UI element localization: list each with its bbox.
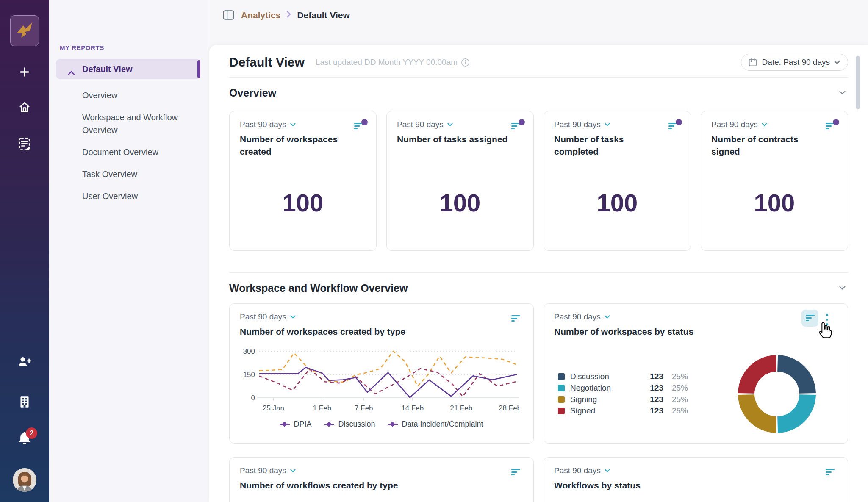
date-filter-label: Date: Past 90 days <box>762 58 830 67</box>
legend-label: Discussion <box>570 372 641 381</box>
legend-percent: 25% <box>663 372 688 381</box>
home-button[interactable] <box>14 97 35 117</box>
sidebar-item-overview[interactable]: Overview <box>56 84 200 106</box>
svg-text:14 Feb: 14 Feb <box>401 404 424 412</box>
collapse-workspace-section-button[interactable] <box>837 283 848 294</box>
chevron-down-icon <box>290 469 296 472</box>
period-label: Past 90 days <box>711 120 758 129</box>
chevron-down-icon <box>762 123 767 126</box>
card-period-dropdown[interactable]: Past 90 days <box>240 120 296 129</box>
filter-icon[interactable] <box>668 120 681 131</box>
svg-text:21 Feb: 21 Feb <box>450 404 472 412</box>
filter-active-dot <box>519 119 525 125</box>
chevron-down-icon <box>839 285 846 291</box>
filter-icon[interactable] <box>511 312 524 323</box>
legend-row-signed: Signed 123 25% <box>558 405 688 416</box>
filter-active-dot <box>833 119 839 125</box>
svg-text:150: 150 <box>243 371 255 379</box>
workflows-by-type-card: Past 90 days Number of workflows created… <box>229 457 534 502</box>
card-period-dropdown[interactable]: Past 90 days <box>554 466 610 475</box>
card-period-dropdown[interactable]: Past 90 days <box>240 312 296 322</box>
filter-active-dot <box>676 119 682 125</box>
invite-user-button[interactable] <box>14 352 35 372</box>
period-label: Past 90 days <box>240 312 286 322</box>
workflows-by-status-card: Past 90 days Workflows by status <box>544 457 848 502</box>
breadcrumb-analytics-link[interactable]: Analytics <box>241 10 280 20</box>
organization-button[interactable] <box>14 392 35 412</box>
stat-card-tasks-completed: Past 90 days Number of tasks completed 1… <box>544 111 691 251</box>
filter-button-hovered[interactable] <box>801 310 818 327</box>
legend-percent: 25% <box>663 395 688 404</box>
diamond-marker-icon <box>280 422 290 427</box>
stat-value: 100 <box>701 189 848 217</box>
plus-icon <box>18 65 31 80</box>
filter-icon[interactable] <box>354 120 367 131</box>
legend-row-negotiation: Negotiation 123 25% <box>558 382 688 394</box>
chevron-down-icon <box>290 123 296 126</box>
card-period-dropdown[interactable]: Past 90 days <box>711 120 767 129</box>
scrollbar-thumb[interactable] <box>856 56 860 109</box>
card-period-dropdown[interactable]: Past 90 days <box>554 120 610 129</box>
period-label: Past 90 days <box>240 120 286 129</box>
reports-sidebar: MY REPORTS Default View Overview Workspa… <box>49 0 208 502</box>
user-plus-icon <box>17 354 32 371</box>
legend-value: 123 <box>641 383 663 393</box>
sidebar-item-document-overview[interactable]: Document Overview <box>56 141 200 163</box>
sidebar-item-default-view[interactable]: Default View <box>56 59 200 79</box>
date-filter-button[interactable]: Date: Past 90 days <box>741 54 848 71</box>
main-panel: Default View Last updated DD Month YYYY … <box>209 45 868 502</box>
filter-icon[interactable] <box>511 120 524 131</box>
sidebar-item-task-overview[interactable]: Task Overview <box>56 163 200 185</box>
sidebar-item-label: Task Overview <box>82 169 137 179</box>
legend-label: Signing <box>570 395 641 404</box>
card-period-dropdown[interactable]: Past 90 days <box>240 466 296 475</box>
reports-button[interactable] <box>14 134 35 155</box>
legend-row-discussion: Discussion 123 25% <box>558 371 688 382</box>
line-chart-card: Past 90 days Number of workspaces create… <box>229 303 534 444</box>
donut-chart <box>737 354 817 434</box>
sidebar-item-workspace-workflow-overview[interactable]: Workspace and Workflow Overview <box>56 106 200 141</box>
last-updated: Last updated DD Month YYYY 00:00am <box>316 58 470 67</box>
collapse-overview-button[interactable] <box>837 87 848 99</box>
card-period-dropdown[interactable]: Past 90 days <box>554 312 610 322</box>
card-title: Number of tasks assigned <box>397 133 511 145</box>
chevron-down-icon <box>447 123 453 126</box>
legend-value: 123 <box>641 395 663 404</box>
filter-icon[interactable] <box>826 466 838 477</box>
home-icon <box>17 99 32 116</box>
notification-badge: 2 <box>26 427 37 439</box>
line-chart-legend: DPIA Discussion Data Incident/Complaint <box>240 420 523 429</box>
svg-text:300: 300 <box>243 347 255 355</box>
add-button[interactable] <box>14 62 35 83</box>
section-divider <box>229 272 848 273</box>
sidebar-item-label: Overview <box>82 91 117 100</box>
stat-card-tasks-assigned: Past 90 days Number of tasks assigned 10… <box>386 111 534 251</box>
sidebar-toggle-icon[interactable] <box>222 8 235 22</box>
diamond-marker-icon <box>324 422 334 427</box>
card-period-dropdown[interactable]: Past 90 days <box>397 120 453 129</box>
filter-icon[interactable] <box>511 466 524 477</box>
sidebar-item-label: Workspace and Workflow Overview <box>82 113 178 135</box>
legend-swatch <box>558 385 565 391</box>
donut-chart-card: Past 90 days Number of workspaces by sta… <box>544 303 848 444</box>
user-avatar[interactable] <box>13 468 36 492</box>
primary-sidebar: 2 <box>0 0 49 502</box>
stat-value: 100 <box>544 189 691 217</box>
info-icon[interactable] <box>461 58 470 67</box>
app-logo[interactable] <box>10 15 39 46</box>
legend-swatch <box>558 373 565 380</box>
chevron-down-icon <box>605 315 610 319</box>
last-updated-text: Last updated DD Month YYYY 00:00am <box>316 58 458 67</box>
sidebar-item-label: User Overview <box>82 191 138 201</box>
svg-text:1 Feb: 1 Feb <box>313 404 331 412</box>
period-label: Past 90 days <box>397 120 444 129</box>
section-title-overview: Overview <box>229 87 276 99</box>
card-title: Workflows by status <box>554 479 837 491</box>
sidebar-item-user-overview[interactable]: User Overview <box>56 185 200 207</box>
notifications-button[interactable]: 2 <box>14 429 35 449</box>
kebab-menu-button[interactable] <box>824 311 830 329</box>
selected-indicator <box>197 60 200 78</box>
calendar-icon <box>748 58 757 67</box>
filter-icon[interactable] <box>826 120 838 131</box>
workflow-cards-row: Past 90 days Number of workflows created… <box>229 457 848 502</box>
